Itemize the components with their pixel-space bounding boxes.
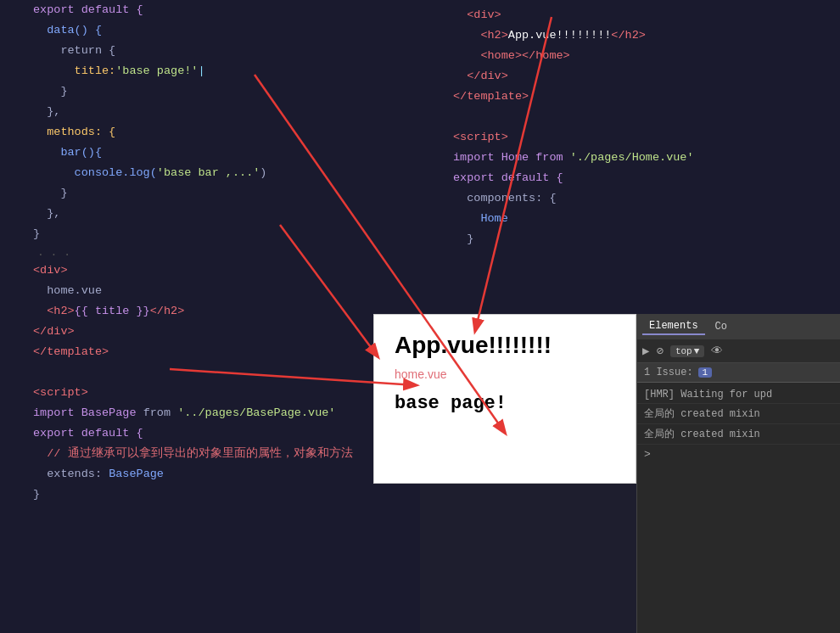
code-line: },: [0, 204, 420, 224]
preview-subtitle: home.vue: [395, 367, 615, 381]
devtools-tabs: Elements Co: [637, 314, 840, 339]
console-text-2: 全局的 created mixin: [644, 408, 760, 420]
code-line: }: [420, 229, 840, 249]
top-badge[interactable]: top ▼: [670, 345, 704, 357]
code-line: [0, 362, 420, 383]
code-line: }: [0, 183, 420, 204]
console-prompt: >: [637, 445, 840, 464]
code-line: console.log('base bar ,...'): [0, 163, 420, 183]
preview-title: App.vue!!!!!!!!: [395, 332, 615, 359]
devtools-tab-elements[interactable]: Elements: [642, 318, 705, 335]
code-line: <div>: [420, 5, 840, 25]
devtools-issue-bar: 1 Issue: 1: [637, 363, 840, 383]
code-line: bar(){: [0, 143, 420, 163]
code-line: export default {: [420, 168, 840, 188]
top-label: top: [675, 346, 692, 356]
code-line: home.vue: [0, 281, 420, 301]
code-line: return {: [0, 41, 420, 61]
preview-content: base page!: [395, 393, 615, 414]
code-line: },: [0, 102, 420, 122]
issue-count: 1: [698, 367, 713, 378]
code-line: </div>: [0, 322, 420, 342]
cursor-icon[interactable]: ▶: [642, 344, 649, 358]
console-line-2: 全局的 created mixin: [637, 404, 840, 424]
eye-icon[interactable]: 👁: [711, 345, 723, 358]
devtools-tab-console[interactable]: Co: [708, 319, 734, 334]
devtools-console: [HMR] Waiting for upd 全局的 created mixin …: [637, 383, 840, 468]
right-code-editor: <div> <h2>App.vue!!!!!!!!</h2> <home></h…: [420, 0, 840, 314]
code-line: title:'base page!'|: [0, 61, 420, 81]
preview-window: App.vue!!!!!!!! home.vue base page!: [373, 314, 636, 484]
code-line: import Home from './pages/Home.vue': [420, 148, 840, 168]
code-line: // 通过继承可以拿到导出的对象里面的属性，对象和方法: [0, 444, 420, 464]
devtools-toolbar: ▶ ⊘ top ▼ 👁: [637, 339, 840, 363]
code-line: }: [0, 81, 420, 102]
console-line-3: 全局的 created mixin: [637, 424, 840, 445]
code-line: </div>: [420, 66, 840, 87]
code-line: }: [0, 485, 420, 505]
code-line: [420, 107, 840, 127]
console-text-1: [HMR] Waiting for upd: [644, 389, 772, 401]
code-line: data() {: [0, 20, 420, 41]
console-line-1: [HMR] Waiting for upd: [637, 386, 840, 404]
code-line: <h2>App.vue!!!!!!!!</h2>: [420, 25, 840, 46]
devtools-panel: Elements Co ▶ ⊘ top ▼ 👁 1 Issue: 1 [HMR]…: [636, 314, 840, 633]
code-line: <script>: [0, 383, 420, 403]
code-line: export default {: [0, 423, 420, 444]
code-line: export default {: [0, 0, 420, 20]
code-line: <home></home>: [420, 46, 840, 66]
code-line: </template>: [420, 87, 840, 107]
code-line: <div>: [0, 260, 420, 281]
console-text-3: 全局的 created mixin: [644, 429, 760, 440]
code-line: </template>: [0, 342, 420, 362]
code-line: <h2>{{ title }}</h2>: [0, 301, 420, 322]
issue-label: 1 Issue:: [644, 367, 693, 378]
code-line: }: [0, 224, 420, 244]
dropdown-arrow: ▼: [694, 346, 700, 356]
code-line: <script>: [420, 127, 840, 148]
code-line: extends: BasePage: [0, 464, 420, 485]
left-code-editor: export default { data() { return { title…: [0, 0, 420, 633]
code-line: import BasePage from '../pages/BasePage.…: [0, 403, 420, 423]
stop-icon[interactable]: ⊘: [656, 344, 663, 358]
code-line: components: {: [420, 188, 840, 209]
code-separator: . . .: [0, 244, 420, 260]
code-line: Home: [420, 209, 840, 229]
code-line: methods: {: [0, 122, 420, 143]
